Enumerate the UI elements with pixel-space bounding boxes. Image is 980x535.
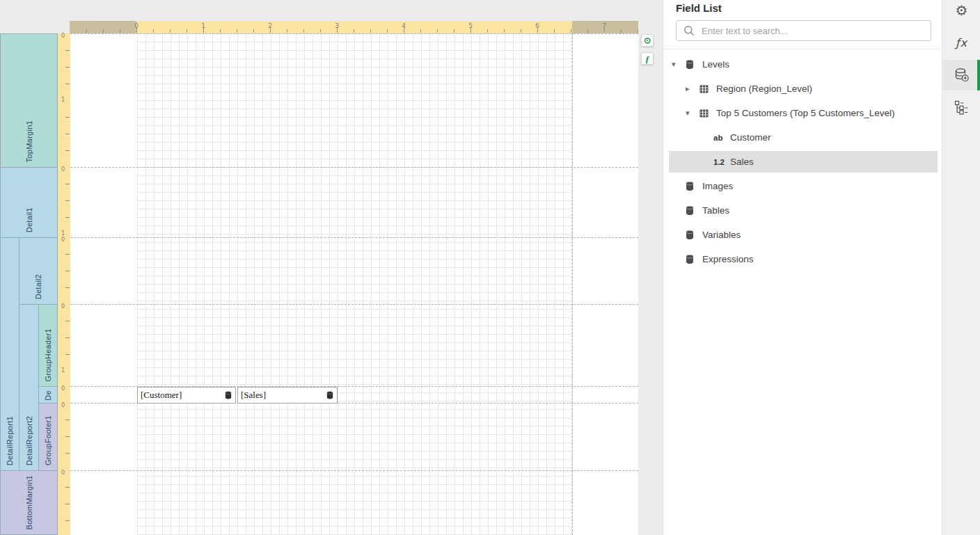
ruler-number: 2 [264,22,276,29]
search-input[interactable] [700,25,925,37]
band-label-detail3[interactable]: De [38,386,58,404]
toolbar-item-settings[interactable]: ⚙ [942,1,980,19]
chevron-down-icon[interactable] [672,60,686,69]
structure-icon [954,100,970,115]
ruler-tick [387,29,388,33]
tree-item-levels[interactable]: Levels [663,52,942,77]
panel-separator [663,49,942,49]
ruler-tick [65,520,70,521]
tree-item-label: Region (Region_Level) [716,83,812,94]
ruler-number: 0 [58,166,68,173]
table-icon [700,109,716,118]
ruler-tick [65,337,70,338]
design-grid[interactable] [137,33,573,535]
band-label-groupfooter1[interactable]: GroupFooter1 [38,403,58,471]
ruler-tick [65,321,70,321]
band-label-detail2[interactable]: Detail2 [19,237,58,305]
band-separator [70,33,638,34]
ruler-tick [153,29,154,33]
ruler-number: 0 [58,385,68,392]
ruler-tick [587,29,588,33]
ruler-tick [103,29,104,33]
band-label-topmargin1[interactable]: TopMargin1 [0,33,58,168]
tree-item-top5customers[interactable]: Top 5 Customers (Top 5 Customers_Level) [663,101,942,125]
ruler-tick [170,29,171,33]
report-cell-customer[interactable]: [Customer] [137,387,236,404]
ruler-number: 0 [58,303,68,310]
tree-item-label: Variables [702,230,741,240]
database-icon [686,230,702,239]
ruler-number: 5 [465,22,476,29]
band-separator [70,237,638,238]
ruler-tick [220,29,221,33]
database-icon [686,182,702,191]
function-icon: ƒ [645,54,650,63]
chevron-down-icon[interactable] [686,109,700,118]
tree-item-region[interactable]: Region (Region_Level) [663,77,942,101]
band-separator [70,470,638,471]
band-label-text: GroupFooter1 [44,415,52,465]
ruler-tick [65,354,70,355]
band-label-groupheader1[interactable]: GroupHeader1 [38,304,58,387]
ruler-number: 0 [131,22,142,29]
ruler-tick [454,29,455,33]
toolbar-item-report-structure[interactable] [942,99,980,117]
vertical-ruler: 0101001000 [58,33,70,535]
ruler-tick [487,29,488,33]
ruler-tick [65,504,70,504]
ruler-number: 1 [58,230,68,237]
tree-item-images[interactable]: Images [663,174,942,198]
band-label-text: BottomMargin1 [25,475,33,530]
database-icon [686,255,702,264]
ruler-tick [65,271,70,271]
chevron-right-icon[interactable] [686,84,700,93]
ruler-tick [65,420,70,420]
tree-item-label: Images [702,181,733,191]
band-label-detail1[interactable]: Detail1 [0,167,58,238]
ruler-number: 1 [58,367,68,374]
database-icon [225,391,232,399]
selected-indicator [977,60,980,90]
ruler-tick [65,217,70,218]
band-label-detailreport1[interactable]: DetailReport1 [0,237,19,471]
right-toolbar: ⚙ ƒx [942,0,980,535]
smart-tag-script-button[interactable]: ƒ [641,52,654,65]
ruler-tick [65,50,70,51]
ruler-tick [437,29,438,33]
ruler-tick [65,134,70,134]
ruler-number: 4 [398,22,409,29]
tree-item-tables[interactable]: Tables [663,198,942,223]
toolbar-item-expressions[interactable]: ƒx [942,33,980,51]
ruler-tick [65,150,70,151]
ruler-tick [65,453,70,454]
database-icon [686,60,702,69]
band-label-detailreport2[interactable]: DetailReport2 [19,304,39,471]
ruler-tick [86,29,87,33]
ruler-number: 6 [532,22,543,29]
search-box[interactable] [676,20,931,41]
tree-item-customer[interactable]: ab Customer [663,125,942,150]
ruler-tick [638,29,638,33]
band-label-text: Detail1 [25,207,33,232]
ruler-tick [65,67,70,67]
gear-icon: ⚙ [956,3,968,17]
tree-item-label: Customer [730,132,771,143]
ruler-tick [65,254,70,255]
report-designer: { "colors": { "accent_green": "#169b4e" … [0,0,980,535]
ruler-tick [420,29,421,33]
ruler-tick [554,29,555,33]
toolbar-item-field-list[interactable] [942,60,980,90]
report-cell-sales[interactable]: [Sales] [237,387,338,404]
smart-tag-gear-button[interactable]: ⚙ [641,34,654,47]
ruler-number: 0 [58,402,68,408]
tree-item-label: Sales [730,157,754,167]
tree-item-variables[interactable]: Variables [663,223,942,247]
band-label-bottommargin1[interactable]: BottomMargin1 [0,470,58,535]
ruler-tick [187,29,187,33]
band-label-text: Detail2 [34,274,42,299]
tree-item-sales[interactable]: 1.2 Sales [663,150,942,174]
ruler-tick [320,29,321,33]
ruler-tick [65,184,70,184]
tree-item-expressions[interactable]: Expressions [663,247,942,271]
cell-text: [Customer] [141,390,182,401]
